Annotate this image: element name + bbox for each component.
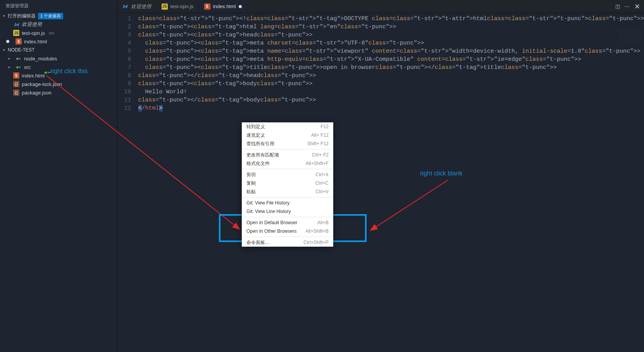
tree-item[interactable]: {}package-lock.json <box>0 80 117 88</box>
open-editor-item[interactable]: 5index.html <box>0 37 117 46</box>
tab-label: 欢迎使用 <box>131 3 151 10</box>
tree-item-label: src <box>24 64 31 70</box>
js-icon: JS <box>162 3 168 10</box>
tree-item[interactable]: ▸▸▪node_modules <box>0 54 117 63</box>
menu-item-label: 速览定义 <box>246 132 265 138</box>
minimap[interactable] <box>618 28 642 42</box>
open-editor-item[interactable]: ⋈欢迎使用 <box>0 20 117 29</box>
json-icon: {} <box>13 89 19 96</box>
menu-item-shortcut: Ctrl+C <box>315 180 329 186</box>
context-menu-item[interactable]: Open In Other BrowsersAlt+Shift+B <box>242 227 333 235</box>
open-editor-item[interactable]: JStest-opn.jssrc <box>0 29 117 37</box>
menu-item-label: 更改所有匹配项 <box>246 152 279 158</box>
menu-item-shortcut: Shift+ F12 <box>307 141 329 146</box>
tree-item-label: node_modules <box>24 56 57 62</box>
editor-area: ⋈欢迎使用JStest-opn.js5index.html ◫ ⋯ ✕ 1234… <box>117 0 644 352</box>
modified-dot-icon <box>6 40 9 43</box>
menu-separator <box>242 149 333 149</box>
menu-item-label: Open In Other Browsers <box>246 228 296 234</box>
context-menu-item[interactable]: 转到定义F12 <box>242 122 333 131</box>
tab-label: test-opn.js <box>170 3 194 9</box>
unsaved-badge: 1 个未保存 <box>38 13 63 19</box>
menu-separator <box>242 169 333 169</box>
tree-item-label: package.json <box>22 90 52 96</box>
js-icon: JS <box>13 30 19 36</box>
editor-tab[interactable]: 5index.html <box>200 0 248 13</box>
menu-item-label: 粘贴 <box>246 189 256 194</box>
item-hint: src <box>49 31 55 35</box>
annotation-right: right click blank <box>420 170 462 177</box>
menu-item-label: 转到定义 <box>246 124 265 129</box>
project-section[interactable]: ▾ NODE-TEST <box>0 46 117 54</box>
context-menu-item[interactable]: 更改所有匹配项Ctrl+ F2 <box>242 151 333 159</box>
editor-tab[interactable]: JStest-opn.js <box>157 0 200 13</box>
context-menu-item[interactable]: 查找所有引用Shift+ F12 <box>242 139 333 148</box>
split-icon[interactable]: ◫ <box>615 3 620 9</box>
menu-item-shortcut: F12 <box>320 124 329 129</box>
item-label: index.html <box>24 39 47 45</box>
context-menu-item[interactable]: 剪切Ctrl+X <box>242 170 333 179</box>
tree-item-label: package-lock.json <box>22 81 62 87</box>
vscode-icon: ⋈ <box>122 3 128 10</box>
html-icon: 5 <box>13 72 19 79</box>
modified-dot-icon <box>239 5 242 8</box>
context-menu-item[interactable]: Open In Default BrowserAlt+B <box>242 218 333 227</box>
menu-item-label: Git: View Line History <box>246 209 291 214</box>
html-icon: 5 <box>204 3 210 10</box>
menu-item-shortcut: Ctrl+X <box>315 172 329 177</box>
html-icon: 5 <box>15 38 22 45</box>
vscode-icon: ⋈ <box>13 21 19 27</box>
item-label: 欢迎使用 <box>22 21 42 28</box>
menu-item-shortcut: Alt+Shift+F <box>306 161 329 166</box>
menu-item-label: 复制 <box>246 180 256 186</box>
open-editors-section[interactable]: ▾ 打开的编辑器 1 个未保存 <box>0 12 117 20</box>
editor-tab[interactable]: ⋈欢迎使用 <box>117 0 157 13</box>
code-editor[interactable]: 123456789101112 class=class="t-str">"t-p… <box>117 13 644 352</box>
open-editors-label: 打开的编辑器 <box>8 13 36 19</box>
menu-separator <box>242 217 333 217</box>
chevron-down-icon: ▾ <box>2 14 6 18</box>
context-menu-item[interactable]: 粘贴Ctrl+V <box>242 187 333 196</box>
menu-item-shortcut: Ctrl+Shift+P <box>303 240 329 245</box>
explorer-title: 资源管理器 <box>0 0 117 12</box>
chevron-right-icon: ▸ <box>7 65 12 69</box>
chevron-right-icon: ▸ <box>7 56 12 61</box>
tree-item[interactable]: {}package.json <box>0 88 117 97</box>
menu-item-shortcut: Alt+B <box>317 220 329 225</box>
explorer-sidebar: 资源管理器 ▾ 打开的编辑器 1 个未保存 ⋈欢迎使用JStest-opn.js… <box>0 0 117 352</box>
menu-item-label: 命令面板... <box>246 240 269 245</box>
menu-item-label: Open In Default Browser <box>246 220 297 225</box>
menu-item-label: 格式化文件 <box>246 161 270 166</box>
menu-item-shortcut: Ctrl+V <box>315 189 329 194</box>
menu-item-shortcut: Ctrl+ F2 <box>312 152 329 158</box>
folder-icon: ▸▪ <box>15 64 22 70</box>
menu-item-label: 剪切 <box>246 172 256 177</box>
menu-item-label: Git: View File History <box>246 200 289 206</box>
menu-separator <box>242 237 333 237</box>
tab-label: index.html <box>213 3 236 9</box>
context-menu-item[interactable]: 速览定义Alt+ F12 <box>242 131 333 139</box>
tab-bar: ⋈欢迎使用JStest-opn.js5index.html ◫ ⋯ ✕ <box>117 0 644 13</box>
menu-item-shortcut: Alt+Shift+B <box>305 228 329 234</box>
more-icon[interactable]: ⋯ <box>625 3 630 9</box>
context-menu-item[interactable]: 命令面板...Ctrl+Shift+P <box>242 238 333 247</box>
project-label: NODE-TEST <box>8 47 34 53</box>
tree-item-label: index.html <box>22 73 45 79</box>
code-content[interactable]: class=class="t-str">"t-punc"><!class=cla… <box>138 15 644 352</box>
chevron-down-icon: ▾ <box>2 48 6 52</box>
menu-item-label: 查找所有引用 <box>246 141 274 146</box>
folder-icon: ▸▪ <box>15 55 22 62</box>
context-menu-item[interactable]: Git: View Line History <box>242 207 333 216</box>
context-menu-item[interactable]: Git: View File History <box>242 199 333 207</box>
line-gutter: 123456789101112 <box>117 15 138 352</box>
annotation-left: right click this <box>50 68 88 75</box>
context-menu-item[interactable]: 复制Ctrl+C <box>242 179 333 187</box>
item-label: test-opn.js <box>22 30 45 36</box>
context-menu: 转到定义F12速览定义Alt+ F12查找所有引用Shift+ F12更改所有匹… <box>242 122 333 247</box>
menu-separator <box>242 197 333 197</box>
green-arrow-icon: ◄━ <box>43 70 50 75</box>
menu-item-shortcut: Alt+ F12 <box>311 132 329 138</box>
json-icon: {} <box>13 81 19 87</box>
close-icon[interactable]: ✕ <box>634 2 640 11</box>
context-menu-item[interactable]: 格式化文件Alt+Shift+F <box>242 159 333 168</box>
